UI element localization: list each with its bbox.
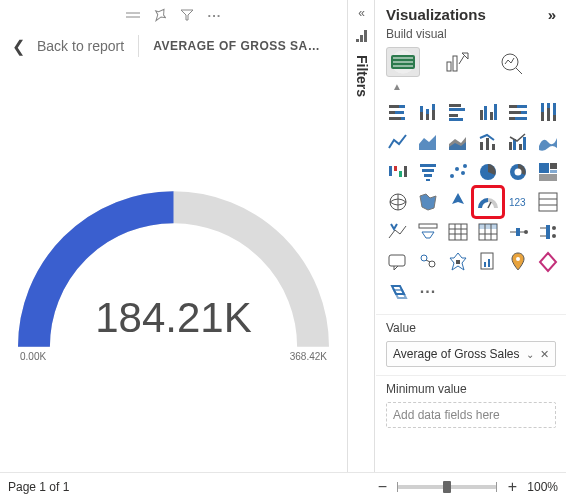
svg-rect-29 bbox=[449, 118, 463, 121]
svg-rect-60 bbox=[426, 179, 430, 181]
viz-type-python-visual[interactable] bbox=[534, 218, 562, 246]
svg-point-64 bbox=[463, 164, 467, 168]
report-subheader: ❮ Back to report AVERAGE OF GROSS SAL… bbox=[0, 30, 347, 62]
svg-line-101 bbox=[426, 260, 430, 262]
svg-rect-18 bbox=[389, 117, 401, 120]
viz-type-clustered-bar-chart[interactable] bbox=[444, 98, 472, 126]
more-icon[interactable]: ··· bbox=[208, 8, 222, 23]
viz-type-more-visuals[interactable]: ··· bbox=[414, 278, 442, 306]
zoom-in-button[interactable]: + bbox=[505, 478, 519, 496]
gauge-value-label: 184.21K bbox=[18, 294, 329, 342]
viz-type-key-influencers[interactable] bbox=[414, 248, 442, 276]
svg-rect-79 bbox=[449, 224, 467, 240]
viz-type-stacked-bar-chart[interactable] bbox=[384, 98, 412, 126]
svg-rect-57 bbox=[420, 164, 436, 167]
viz-type-100pct-stacked-column-chart[interactable] bbox=[534, 98, 562, 126]
svg-rect-28 bbox=[449, 114, 458, 117]
viz-type-decomposition-tree[interactable] bbox=[444, 248, 472, 276]
viz-type-waterfall-chart[interactable] bbox=[384, 158, 412, 186]
svg-line-73 bbox=[488, 202, 491, 208]
viz-type-power-apps[interactable] bbox=[534, 248, 562, 276]
format-visual-tab[interactable] bbox=[440, 47, 474, 77]
svg-rect-30 bbox=[480, 110, 483, 120]
svg-rect-21 bbox=[420, 106, 423, 112]
svg-rect-95 bbox=[546, 225, 550, 239]
viz-type-card[interactable]: 123 bbox=[504, 188, 532, 216]
grip-icon[interactable] bbox=[126, 10, 140, 20]
viz-type-scatter-chart[interactable] bbox=[444, 158, 472, 186]
zoom-out-button[interactable]: − bbox=[375, 478, 389, 496]
filter-icon[interactable] bbox=[180, 9, 194, 21]
analytics-tab[interactable] bbox=[494, 47, 528, 77]
svg-rect-49 bbox=[509, 142, 512, 150]
status-bar: Page 1 of 1 − + 100% bbox=[0, 472, 566, 500]
svg-rect-102 bbox=[456, 260, 460, 264]
viz-type-arcgis-map[interactable] bbox=[504, 248, 532, 276]
value-field-well[interactable]: Average of Gross Sales ⌄ ✕ bbox=[386, 341, 556, 367]
viz-type-multi-row-card[interactable] bbox=[534, 188, 562, 216]
remove-field-icon[interactable]: ✕ bbox=[540, 348, 549, 361]
svg-rect-41 bbox=[541, 112, 544, 121]
visualizations-header: Visualizations » bbox=[376, 0, 566, 25]
svg-rect-2 bbox=[356, 39, 359, 42]
svg-rect-53 bbox=[389, 166, 392, 176]
viz-type-r-script-visual[interactable] bbox=[504, 218, 532, 246]
viz-type-paginated-report[interactable] bbox=[474, 248, 502, 276]
svg-rect-48 bbox=[492, 144, 495, 150]
svg-rect-39 bbox=[509, 117, 515, 120]
viz-type-table[interactable] bbox=[444, 218, 472, 246]
viz-type-clustered-column-chart[interactable] bbox=[474, 98, 502, 126]
pin-icon[interactable] bbox=[154, 8, 166, 22]
build-visual-tab[interactable] bbox=[386, 47, 420, 77]
svg-line-13 bbox=[516, 68, 522, 74]
viz-type-donut-chart[interactable] bbox=[504, 158, 532, 186]
viz-type-azure-map[interactable] bbox=[444, 188, 472, 216]
expand-filters-icon[interactable]: « bbox=[358, 6, 365, 20]
viz-type-gauge[interactable] bbox=[474, 188, 502, 216]
back-to-report-link[interactable]: Back to report bbox=[37, 38, 124, 54]
svg-rect-17 bbox=[395, 111, 404, 114]
viz-type-stacked-area-chart[interactable] bbox=[444, 128, 472, 156]
viz-type-map[interactable] bbox=[384, 188, 412, 216]
viz-type-100pct-stacked-bar-chart[interactable] bbox=[504, 98, 532, 126]
svg-point-97 bbox=[552, 234, 556, 238]
viz-type-area-chart[interactable] bbox=[414, 128, 442, 156]
back-icon[interactable]: ❮ bbox=[8, 37, 29, 56]
svg-rect-3 bbox=[360, 35, 363, 42]
viz-type-matrix[interactable] bbox=[474, 218, 502, 246]
svg-rect-26 bbox=[449, 104, 461, 107]
viz-type-ribbon-chart[interactable] bbox=[534, 128, 562, 156]
viz-type-treemap[interactable] bbox=[534, 158, 562, 186]
filter-bars-icon bbox=[355, 28, 369, 45]
svg-rect-55 bbox=[399, 171, 402, 177]
minvalue-field-well[interactable]: Add data fields here bbox=[386, 402, 556, 428]
viz-type-funnel-chart[interactable] bbox=[414, 158, 442, 186]
viz-type-slicer[interactable] bbox=[414, 218, 442, 246]
field-menu-icon[interactable]: ⌄ bbox=[526, 349, 534, 360]
visualizations-pane: Visualizations » Build visual ▲ 123··· V… bbox=[376, 0, 566, 472]
viz-type-line-and-stacked-column-chart[interactable] bbox=[474, 128, 502, 156]
filters-pane-collapsed[interactable]: « Filters bbox=[349, 0, 375, 472]
viz-type-pie-chart[interactable] bbox=[474, 158, 502, 186]
zoom-slider[interactable] bbox=[397, 485, 497, 489]
gauge-min-label: 0.00K bbox=[20, 351, 46, 362]
viz-type-kpi[interactable] bbox=[384, 218, 412, 246]
collapse-pane-icon[interactable]: » bbox=[548, 6, 556, 23]
viz-type-narrative[interactable] bbox=[384, 278, 412, 306]
svg-rect-25 bbox=[432, 104, 435, 110]
visual-type-grid: 123··· bbox=[376, 94, 566, 310]
viz-type-line-and-clustered-column-chart[interactable] bbox=[504, 128, 532, 156]
viz-type-q-and-a[interactable] bbox=[384, 248, 412, 276]
gauge-visual[interactable]: 184.21K 0.00K 368.42K bbox=[18, 186, 329, 356]
svg-rect-35 bbox=[509, 105, 517, 108]
svg-rect-51 bbox=[519, 144, 522, 150]
viz-type-stacked-column-chart[interactable] bbox=[414, 98, 442, 126]
svg-rect-69 bbox=[550, 163, 557, 169]
svg-rect-20 bbox=[420, 112, 423, 120]
viz-type-filled-map[interactable] bbox=[414, 188, 442, 216]
page-indicator: Page 1 of 1 bbox=[8, 480, 69, 494]
svg-point-106 bbox=[516, 257, 520, 261]
svg-rect-85 bbox=[479, 224, 497, 229]
viz-type-line-chart[interactable] bbox=[384, 128, 412, 156]
svg-rect-56 bbox=[404, 166, 407, 177]
